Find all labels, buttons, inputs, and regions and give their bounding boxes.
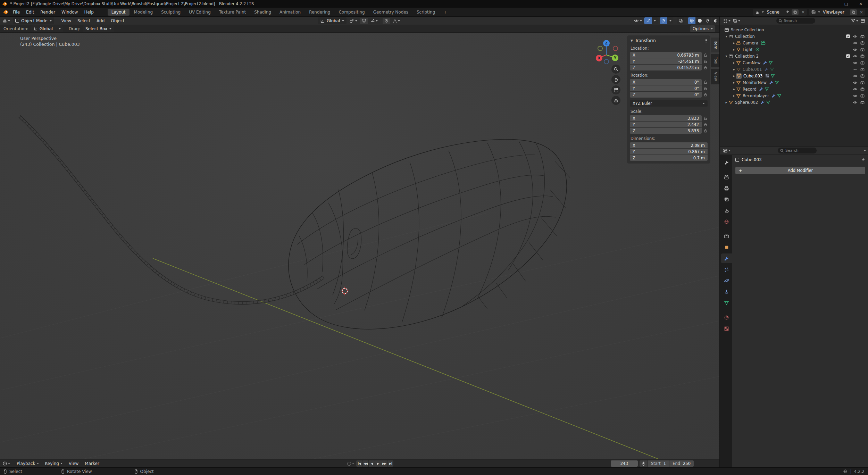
expand-arrow-icon[interactable]: ▸ xyxy=(732,94,736,98)
show-gizmo-toggle[interactable] xyxy=(644,17,652,24)
eye-icon[interactable] xyxy=(853,93,858,98)
pin-icon[interactable] xyxy=(861,158,865,162)
eye-icon[interactable] xyxy=(853,47,858,52)
rotation-y-field[interactable]: Y0° xyxy=(630,85,702,91)
outliner-row-light[interactable]: ▸ Light xyxy=(720,46,868,53)
menu-keying[interactable]: Keying xyxy=(42,461,66,466)
shading-material-button[interactable] xyxy=(704,17,711,24)
camera-visibility-icon[interactable] xyxy=(860,34,865,39)
axis-y-button[interactable]: Y xyxy=(612,55,618,61)
location-y-field[interactable]: Y-24.451 m xyxy=(630,58,702,64)
viewlayer-icon[interactable] xyxy=(811,10,816,15)
eye-icon[interactable] xyxy=(853,74,858,78)
lock-icon[interactable] xyxy=(703,86,708,91)
workspace-tab-geometry-nodes[interactable]: Geometry Nodes xyxy=(369,9,412,16)
add-modifier-button[interactable]: + Add Modifier xyxy=(735,167,865,174)
dimensions-z-field[interactable]: Z0.7 m xyxy=(630,155,708,161)
rotation-x-field[interactable]: X0° xyxy=(630,79,702,85)
modifier-stack-icon[interactable] xyxy=(765,74,769,78)
properties-tab-object[interactable] xyxy=(721,242,732,252)
properties-tab-collection[interactable] xyxy=(721,231,732,241)
overlays-dropdown[interactable] xyxy=(668,17,673,24)
tab-tool[interactable]: Tool xyxy=(711,54,719,67)
add-workspace-button[interactable]: + xyxy=(440,9,451,16)
outliner-filter-dropdown[interactable] xyxy=(851,18,858,23)
scale-x-field[interactable]: X3.833 xyxy=(630,115,702,121)
editor-type-dropdown[interactable] xyxy=(2,18,10,23)
outliner-row-cube-001[interactable]: ▸ Cube.001 xyxy=(720,66,868,73)
play-button[interactable]: ▶ xyxy=(375,460,381,467)
remove-viewlayer-icon[interactable]: × xyxy=(859,10,864,15)
viewlayer-name[interactable]: ViewLayer xyxy=(822,10,848,15)
scene-icon[interactable] xyxy=(755,10,760,15)
properties-tab-constraints[interactable] xyxy=(721,287,732,297)
axis-z-button[interactable]: Z xyxy=(603,40,610,47)
network-icon[interactable] xyxy=(843,469,848,474)
outliner-row-recordplayer[interactable]: ▸ Recordplayer xyxy=(720,92,868,99)
lock-icon[interactable] xyxy=(703,129,708,133)
outliner-row-camera[interactable]: ▸ Camera xyxy=(720,40,868,46)
axis-x-button[interactable]: X xyxy=(596,55,602,61)
expand-arrow-icon[interactable]: ▾ xyxy=(724,54,728,58)
expand-arrow-icon[interactable]: ▸ xyxy=(724,100,728,104)
show-overlays-toggle[interactable] xyxy=(660,17,667,24)
properties-tab-physics[interactable] xyxy=(721,276,732,285)
camera-data-icon[interactable] xyxy=(761,40,766,45)
dimensions-y-field[interactable]: Y0.867 m xyxy=(630,149,708,155)
end-frame-field[interactable]: End 250 xyxy=(669,460,694,467)
blender-menu-icon[interactable] xyxy=(3,9,8,15)
options-dropdown[interactable]: Options xyxy=(690,25,715,32)
menu-view[interactable]: View xyxy=(58,18,74,23)
camera-visibility-icon[interactable] xyxy=(860,41,865,45)
properties-tab-data[interactable] xyxy=(721,298,732,308)
location-z-field[interactable]: Z0.41573 m xyxy=(630,65,702,70)
lock-icon[interactable] xyxy=(703,123,708,127)
menu-select[interactable]: Select xyxy=(74,18,93,23)
mesh-data-icon[interactable] xyxy=(775,80,779,85)
location-x-field[interactable]: X0.66793 m xyxy=(630,52,702,58)
light-data-icon[interactable] xyxy=(755,47,760,52)
lock-icon[interactable] xyxy=(703,66,708,70)
camera-visibility-icon[interactable] xyxy=(860,60,865,65)
properties-tab-world[interactable] xyxy=(721,217,732,226)
tab-item[interactable]: Item xyxy=(711,38,719,52)
modifier-wrench-icon[interactable] xyxy=(771,93,776,98)
mode-dropdown[interactable]: Object Mode xyxy=(13,17,54,24)
navigation-gizmo[interactable]: Z X Y xyxy=(592,37,621,66)
proportional-editing-toggle[interactable] xyxy=(383,18,390,24)
previous-keyframe-button[interactable]: ◀◀ xyxy=(362,460,368,467)
menu-help[interactable]: Help xyxy=(81,9,97,15)
modifier-wrench-icon[interactable] xyxy=(769,80,774,85)
expand-arrow-icon[interactable]: ▸ xyxy=(732,81,736,84)
modifier-wrench-icon[interactable] xyxy=(760,100,765,105)
menu-add[interactable]: Add xyxy=(93,18,108,23)
menu-object[interactable]: Object xyxy=(108,18,127,23)
properties-search[interactable] xyxy=(778,148,817,153)
properties-tab-particles[interactable] xyxy=(721,265,732,274)
eye-icon[interactable] xyxy=(853,34,858,39)
start-frame-field[interactable]: Start 1 xyxy=(648,460,669,467)
menu-file[interactable]: File xyxy=(10,9,23,15)
panel-drag-handle[interactable] xyxy=(705,39,708,43)
outliner-row-sphere-002[interactable]: ▸ Sphere.002 xyxy=(720,99,868,106)
workspace-tab-rendering[interactable]: Rendering xyxy=(305,9,334,16)
mesh-data-icon[interactable] xyxy=(765,87,769,91)
mesh-data-icon[interactable] xyxy=(768,60,773,65)
outliner-row-scene-collection[interactable]: Scene Collection xyxy=(720,26,868,33)
expand-arrow-icon[interactable]: ▸ xyxy=(732,87,736,91)
eye-icon[interactable] xyxy=(853,87,858,92)
menu-edit[interactable]: Edit xyxy=(23,9,37,15)
camera-disabled-icon[interactable] xyxy=(860,67,865,72)
expand-arrow-icon[interactable]: ▸ xyxy=(732,61,736,65)
chevron-down-icon[interactable] xyxy=(818,11,820,13)
maximize-button[interactable]: ▢ xyxy=(839,0,853,8)
workspace-tab-layout[interactable]: Layout xyxy=(108,9,130,16)
outliner-row-collection[interactable]: ▾ Collection xyxy=(720,33,868,40)
axis-neg-z-button[interactable] xyxy=(604,59,609,64)
zoom-button[interactable] xyxy=(611,65,620,74)
workspace-tab-compositing[interactable]: Compositing xyxy=(335,9,368,16)
eye-icon[interactable] xyxy=(853,100,858,105)
properties-tab-tool[interactable] xyxy=(721,158,732,167)
shading-rendered-button[interactable] xyxy=(712,17,719,24)
proportional-falloff-dropdown[interactable] xyxy=(391,18,402,24)
